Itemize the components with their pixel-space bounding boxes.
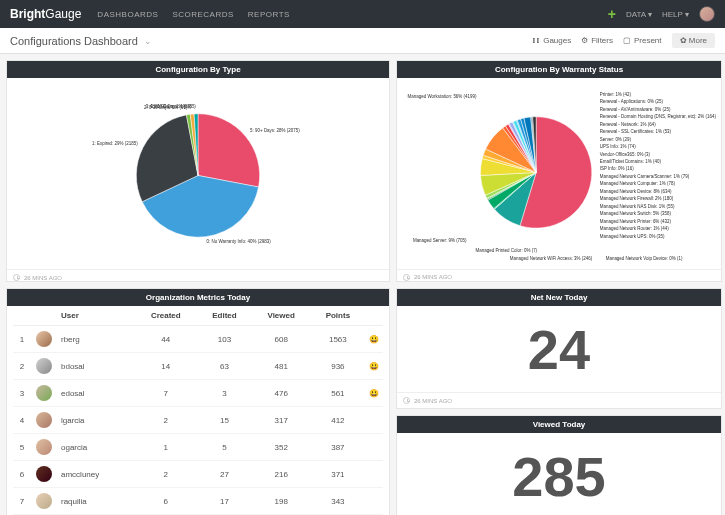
avatar: [36, 412, 52, 428]
filters-link[interactable]: ⚙Filters: [581, 36, 613, 45]
dashboard-title[interactable]: Configurations Dashboard: [10, 35, 138, 47]
panel-viewed: Viewed Today 285 26 MINS AGO: [396, 415, 722, 515]
metrics-table: User Created Edited Viewed Points 1 rber…: [13, 306, 383, 515]
avatar: [36, 358, 52, 374]
avatar: [36, 331, 52, 347]
nav-scorecards[interactable]: SCORECARDS: [172, 10, 233, 19]
svg-text:Email/Ticket Domains: 1% (40): Email/Ticket Domains: 1% (40): [600, 159, 662, 164]
topbar: BrightGauge DASHBOARDS SCORECARDS REPORT…: [0, 0, 725, 28]
chevron-down-icon[interactable]: ⌄: [144, 36, 152, 46]
clock-icon: [13, 274, 20, 281]
nav-help[interactable]: HELP ▾: [662, 10, 689, 19]
clock-icon: [403, 274, 410, 281]
table-row[interactable]: 6 amccluney227 216371: [13, 461, 383, 488]
pie-chart-type[interactable]: 5: 90+ Days: 28% (2075)0: No Warranty In…: [7, 78, 389, 267]
panel-header: Configuration By Type: [7, 61, 389, 78]
table-row[interactable]: 4 lgarcia215 317412: [13, 407, 383, 434]
table-row[interactable]: 5 ogarcia15 352387: [13, 434, 383, 461]
svg-text:Managed Workstation: 56% (4199: Managed Workstation: 56% (4199): [408, 94, 477, 99]
svg-text:5: 90+ Days: 28% (2075): 5: 90+ Days: 28% (2075): [250, 128, 300, 133]
svg-text:Managed Server: 9% (705): Managed Server: 9% (705): [413, 238, 467, 243]
svg-text:Managed Network Voip Device: 0: Managed Network Voip Device: 0% (1): [606, 256, 683, 261]
panel-header: Net New Today: [397, 289, 721, 306]
svg-text:Managed Printed Color: 0% (7): Managed Printed Color: 0% (7): [476, 248, 538, 253]
svg-text:Vendor-Office365: 0% (3): Vendor-Office365: 0% (3): [600, 152, 651, 157]
more-button[interactable]: ✿ More: [672, 33, 715, 48]
svg-text:Renewal - Network: 1% (64): Renewal - Network: 1% (64): [600, 122, 656, 127]
svg-text:Managed Network Printer: 6% (4: Managed Network Printer: 6% (432): [600, 219, 672, 224]
svg-text:Server: 0% (29): Server: 0% (29): [600, 137, 632, 142]
timestamp: 26 MINS AGO: [414, 274, 452, 280]
table-row[interactable]: 1 rberg44103 6081563😃: [13, 326, 383, 353]
brand-logo[interactable]: BrightGauge: [10, 7, 81, 21]
present-icon: ▢: [623, 36, 631, 45]
timestamp: 26 MINS AGO: [414, 398, 452, 404]
panel-header: Configuration By Warranty Status: [397, 61, 721, 78]
viewed-value: 285: [397, 433, 721, 515]
svg-text:Printer: 1% (42): Printer: 1% (42): [600, 92, 632, 97]
subbar: Configurations Dashboard ⌄ ⫿⫿Gauges ⚙Fil…: [0, 28, 725, 54]
user-avatar[interactable]: [699, 6, 715, 22]
panel-header: Viewed Today: [397, 416, 721, 433]
svg-text:Managed Network Router: 1% (44: Managed Network Router: 1% (44): [600, 226, 670, 231]
pie-chart-warranty[interactable]: Printer: 1% (42)Renewal - Applications: …: [397, 78, 721, 267]
panel-header: Organization Metrics Today: [7, 289, 389, 306]
avatar: [36, 466, 52, 482]
svg-text:Managed Network WiFi Access: 3: Managed Network WiFi Access: 3% (246): [510, 256, 593, 261]
svg-text:ISP Info: 0% (16): ISP Info: 0% (16): [600, 166, 634, 171]
svg-text:Renewal - SSL Certificates: 1%: Renewal - SSL Certificates: 1% (53): [600, 129, 672, 134]
svg-text:Managed Network Switch: 5% (35: Managed Network Switch: 5% (358): [600, 211, 672, 216]
panel-config-by-type: Configuration By Type 5: 90+ Days: 28% (…: [6, 60, 390, 282]
svg-text:Managed Network Device: 8% (63: Managed Network Device: 8% (634): [600, 189, 672, 194]
svg-text:Renewal - Applications: 0% (25: Renewal - Applications: 0% (25): [600, 99, 664, 104]
panel-config-by-warranty: Configuration By Warranty Status Printer…: [396, 60, 722, 282]
svg-text:1: Expired: 29% (2185): 1: Expired: 29% (2185): [92, 141, 138, 146]
present-link[interactable]: ▢Present: [623, 36, 662, 45]
svg-text:Managed Network UPS: 0% (35): Managed Network UPS: 0% (35): [600, 234, 665, 239]
svg-text:Managed Network NAS Disk: 1% (: Managed Network NAS Disk: 1% (55): [600, 204, 675, 209]
nav-reports[interactable]: REPORTS: [248, 10, 290, 19]
filters-icon: ⚙: [581, 36, 588, 45]
svg-text:Renewal - Domain Hosting (DNS,: Renewal - Domain Hosting (DNS, Registrar…: [600, 114, 717, 119]
add-icon[interactable]: +: [608, 6, 616, 22]
svg-text:UPS Info: 1% (74): UPS Info: 1% (74): [600, 144, 637, 149]
svg-text:0: No Warranty Info: 40% (2983: 0: No Warranty Info: 40% (2983): [206, 239, 271, 244]
nav-dashboards[interactable]: DASHBOARDS: [97, 10, 158, 19]
svg-text:Managed Network Camera/Scanner: Managed Network Camera/Scanner: 1% (79): [600, 174, 690, 179]
avatar: [36, 493, 52, 509]
table-row[interactable]: 2 bdosal1463 481936😃: [13, 353, 383, 380]
nav-data[interactable]: DATA ▾: [626, 10, 652, 19]
clock-icon: [403, 397, 410, 404]
gauges-icon: ⫿⫿: [532, 36, 540, 45]
table-row[interactable]: 3 edosal73 476561😃: [13, 380, 383, 407]
svg-text:Renewal - AV/Antimalware: 0% (: Renewal - AV/Antimalware: 0% (25): [600, 107, 671, 112]
panel-org-metrics: Organization Metrics Today User Created …: [6, 288, 390, 515]
net-new-value: 24: [397, 306, 721, 390]
panel-net-new: Net New Today 24 26 MINS AGO: [396, 288, 722, 409]
table-row[interactable]: 7 raquilia617 198343: [13, 488, 383, 515]
svg-text:4: 61-90 Days: 1% (85): 4: 61-90 Days: 1% (85): [150, 104, 196, 109]
avatar: [36, 385, 52, 401]
avatar: [36, 439, 52, 455]
timestamp: 26 MINS AGO: [24, 275, 62, 281]
svg-text:Managed Network Firewall: 2% (: Managed Network Firewall: 2% (180): [600, 196, 674, 201]
gauges-link[interactable]: ⫿⫿Gauges: [532, 36, 571, 45]
svg-text:Managed Network Computer: 1% (: Managed Network Computer: 1% (78): [600, 181, 676, 186]
